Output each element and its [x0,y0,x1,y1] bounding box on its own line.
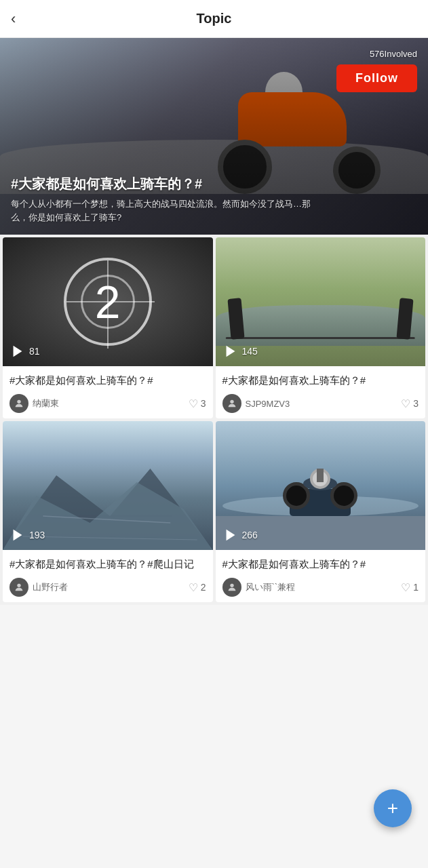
card-footer: 风い雨``兼程 ♡ 1 [222,578,419,597]
like-row[interactable]: ♡ 2 [189,581,206,594]
card-body: #大家都是如何喜欢上骑车的？# SJP9MZV3 ♡ 3 [216,366,426,418]
username: 风い雨``兼程 [246,581,296,593]
content-grid: 2 81 #大家都是如何喜欢上骑车的？# 纳蘭東 [0,235,428,605]
avatar [9,394,28,413]
svg-marker-8 [14,530,22,541]
card-item[interactable]: 193 #大家都是如何喜欢上骑车的？#爬山日记 山野行者 ♡ 2 [3,421,213,602]
card-user: SJP9MZV3 [222,394,290,413]
like-row[interactable]: ♡ 3 [189,397,206,410]
like-row[interactable]: ♡ 3 [401,397,419,410]
username: 山野行者 [33,581,68,593]
username: 纳蘭東 [33,397,59,410]
like-row[interactable]: ♡ 1 [401,581,419,594]
svg-marker-2 [226,346,235,357]
play-count: 193 [29,530,45,540]
svg-point-1 [17,400,20,403]
follow-section: 576Involved Follow [336,49,417,92]
card-body: #大家都是如何喜欢上骑车的？#爬山日记 山野行者 ♡ 2 [3,550,213,602]
svg-point-11 [230,584,233,587]
play-count: 81 [29,346,40,357]
play-icon [222,343,239,359]
username: SJP9MZV3 [246,399,290,409]
like-count: 1 [413,582,419,593]
svg-marker-0 [14,346,22,357]
heart-icon: ♡ [401,397,410,410]
header: ‹ Topic [0,0,428,38]
card-item[interactable]: 145 #大家都是如何喜欢上骑车的？# SJP9MZV3 ♡ 3 [216,237,426,418]
card-user: 山野行者 [9,578,68,597]
card-body: #大家都是如何喜欢上骑车的？# 纳蘭東 ♡ 3 [3,366,213,418]
card-thumbnail: 2 81 [3,237,213,366]
card-title: #大家都是如何喜欢上骑车的？#爬山日记 [9,557,206,571]
card-item[interactable]: 2 81 #大家都是如何喜欢上骑车的？# 纳蘭東 [3,237,213,418]
card-title: #大家都是如何喜欢上骑车的？# [9,373,206,387]
card-thumbnail: 193 [3,421,213,550]
add-button[interactable]: + [374,789,412,827]
heart-icon: ♡ [189,581,198,594]
card-title: #大家都是如何喜欢上骑车的？# [222,373,419,387]
avatar [9,578,28,597]
play-icon [9,527,26,543]
hero-banner: 576Involved Follow #大家都是如何喜欢上骑车的？# 每个人从小… [0,38,428,235]
card-user: 纳蘭東 [9,394,59,413]
like-count: 2 [201,582,206,593]
card-footer: 纳蘭東 ♡ 3 [9,394,206,413]
card-footer: SJP9MZV3 ♡ 3 [222,394,419,413]
card-body: #大家都是如何喜欢上骑车的？# 风い雨``兼程 ♡ 1 [216,550,426,602]
card-user: 风い雨``兼程 [222,578,296,597]
hero-description: 每个人从小都有一个梦想，骑上高大的战马四处流浪。然而如今没了战马…那么，你是如何… [11,197,323,224]
hero-title: #大家都是如何喜欢上骑车的？# [11,175,417,193]
card-thumbnail: 266 [216,421,426,550]
heart-icon: ♡ [189,397,198,410]
play-icon [9,343,26,359]
play-icon [222,527,239,543]
avatar [222,578,241,597]
play-count: 266 [242,530,258,540]
like-count: 3 [413,398,419,409]
card-item[interactable]: 266 #大家都是如何喜欢上骑车的？# 风い雨``兼程 ♡ 1 [216,421,426,602]
page-title: Topic [197,11,232,26]
avatar [222,394,241,413]
like-count: 3 [201,398,206,409]
card-footer: 山野行者 ♡ 2 [9,578,206,597]
follow-button[interactable]: Follow [336,64,417,92]
involved-count: 576Involved [370,49,417,59]
hero-info: #大家都是如何喜欢上骑车的？# 每个人从小都有一个梦想，骑上高大的战马四处流浪。… [0,167,428,235]
svg-marker-10 [226,530,235,541]
svg-point-3 [230,400,233,403]
add-icon: + [387,799,398,818]
card-thumbnail: 145 [216,237,426,366]
back-button[interactable]: ‹ [11,10,35,28]
heart-icon: ♡ [401,581,410,594]
card-title: #大家都是如何喜欢上骑车的？# [222,557,419,571]
svg-point-9 [17,584,20,587]
play-count: 145 [242,346,258,357]
